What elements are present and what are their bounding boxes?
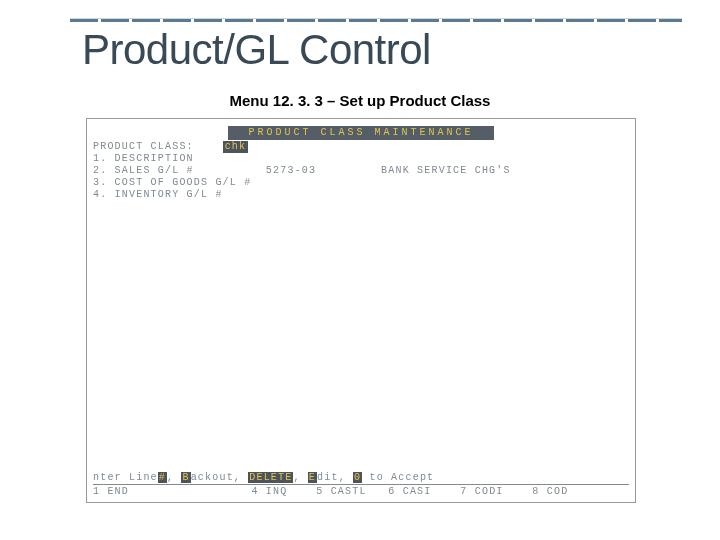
field-row: 4. INVENTORY G/L # [93,189,511,201]
top-divider [70,18,682,22]
field-label: SALES G/L # [115,165,194,176]
footer-divider [93,484,629,485]
product-class-label: PRODUCT CLASS: [93,141,194,152]
fkey[interactable]: 4 INQ [251,486,287,497]
field-row: 1. DESCRIPTION [93,153,511,165]
field-label: INVENTORY G/L # [115,189,223,200]
fkey[interactable]: 5 CASTL [316,486,366,497]
command-prompt[interactable]: nter Line#, Backout, DELETE, Edit, 0 to … [93,472,629,483]
menu-subtitle: Menu 12. 3. 3 – Set up Product Class [0,92,720,109]
field-row: 2. SALES G/L # 5273-03 BANK SERVICE CHG'… [93,165,511,177]
fkey[interactable]: 8 COD [532,486,568,497]
field-row: 3. COST OF GOODS G/L # [93,177,511,189]
product-class-row: PRODUCT CLASS: chk [93,141,511,153]
fkey[interactable]: 1 END [93,486,129,497]
fkey[interactable]: 7 CODI [460,486,503,497]
product-class-input[interactable]: chk [223,141,249,153]
field-label: DESCRIPTION [115,153,194,164]
page-title: Product/GL Control [82,26,431,74]
terminal-body: PRODUCT CLASS: chk 1. DESCRIPTION 2. SAL… [93,141,511,201]
fkey-row: 1 END 4 INQ 5 CASTL 6 CASI 7 CODI 8 COD [93,486,629,497]
terminal-footer: nter Line#, Backout, DELETE, Edit, 0 to … [93,472,629,497]
terminal-header: PRODUCT CLASS MAINTENANCE [87,119,635,135]
field-value: 5273-03 [266,165,316,176]
terminal-title: PRODUCT CLASS MAINTENANCE [228,126,493,140]
terminal-window: PRODUCT CLASS MAINTENANCE PRODUCT CLASS:… [86,118,636,503]
fkey[interactable]: 6 CASI [388,486,431,497]
field-label: COST OF GOODS G/L # [115,177,252,188]
field-desc: BANK SERVICE CHG'S [381,165,511,176]
